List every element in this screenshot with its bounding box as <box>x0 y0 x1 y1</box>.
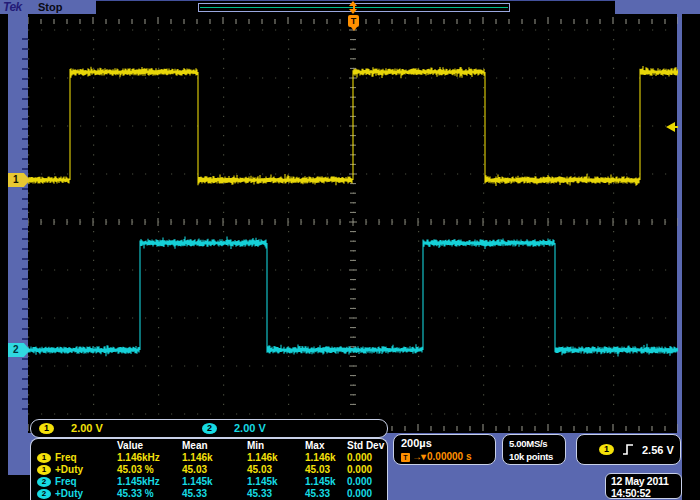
date-label: 12 May 2011 <box>611 475 681 487</box>
record-view-bar <box>96 0 615 14</box>
header-left: Tek Stop <box>0 0 96 14</box>
channel-scale-readout[interactable]: 1 2.00 V 2 2.00 V <box>30 419 388 438</box>
timebase-readout[interactable]: 200µs T 0.00000 s <box>393 434 496 465</box>
rising-edge-icon <box>622 443 634 456</box>
arrow-down-icon <box>351 27 357 31</box>
channel1-badge: 1 <box>39 423 54 434</box>
channel2-scale: 2.00 V <box>234 422 266 434</box>
col-mean: Mean <box>182 440 247 452</box>
channel2-badge: 2 <box>37 477 51 487</box>
tek-logo: Tek <box>3 0 22 14</box>
col-min: Min <box>247 440 305 452</box>
header-right <box>615 0 700 14</box>
channel2-badge: 2 <box>202 423 217 434</box>
table-row: 2+Duty 45.33 %45.33 45.3345.33 0.000 <box>37 488 387 500</box>
timebase-scale: 200µs <box>401 436 495 450</box>
trigger-readout[interactable]: 1 2.56 V <box>576 434 681 465</box>
arrow-down-icon <box>412 450 425 464</box>
col-max: Max <box>305 440 347 452</box>
timebase-position-icon: T <box>401 453 410 462</box>
channel1-badge: 1 <box>37 453 51 463</box>
trigger-position-marker-icon[interactable] <box>349 1 358 14</box>
table-row: 1Freq 1.146kHz1.146k 1.146k1.146k 0.000 <box>37 452 387 464</box>
col-value: Value <box>117 440 182 452</box>
trigger-position-flag-icon[interactable]: T <box>348 15 359 27</box>
trigger-source-badge: 1 <box>599 444 614 455</box>
measurements-table: Value Mean Min Max Std Dev 1Freq 1.146kH… <box>30 438 388 500</box>
channel2-badge: 2 <box>37 489 51 499</box>
acquisition-readout[interactable]: 5.00MS/s 10k points <box>502 434 566 465</box>
channel1-badge: 1 <box>37 465 51 475</box>
oscilloscope-screen: Tek Stop T 1 2 1 2.00 V 2 2.00 V <box>0 0 700 500</box>
time-label: 14:50:52 <box>611 487 681 499</box>
table-row: 1+Duty 45.03 %45.03 45.0345.03 0.000 <box>37 464 387 476</box>
measurements-header-row: Value Mean Min Max Std Dev <box>37 440 387 452</box>
trigger-position-value: 0.00000 s <box>427 450 472 464</box>
trigger-level: 2.56 V <box>642 444 674 456</box>
sample-rate: 5.00MS/s <box>509 437 565 450</box>
waveform-display <box>28 14 678 433</box>
col-stddev: Std Dev <box>347 440 395 452</box>
acquisition-status: Stop <box>38 1 62 13</box>
record-length: 10k points <box>509 450 565 463</box>
table-row: 2Freq 1.145kHz1.145k 1.145k1.145k 0.000 <box>37 476 387 488</box>
datetime-readout: 12 May 2011 14:50:52 <box>605 473 682 499</box>
channel1-scale: 2.00 V <box>71 422 103 434</box>
left-frame-band <box>8 14 28 475</box>
